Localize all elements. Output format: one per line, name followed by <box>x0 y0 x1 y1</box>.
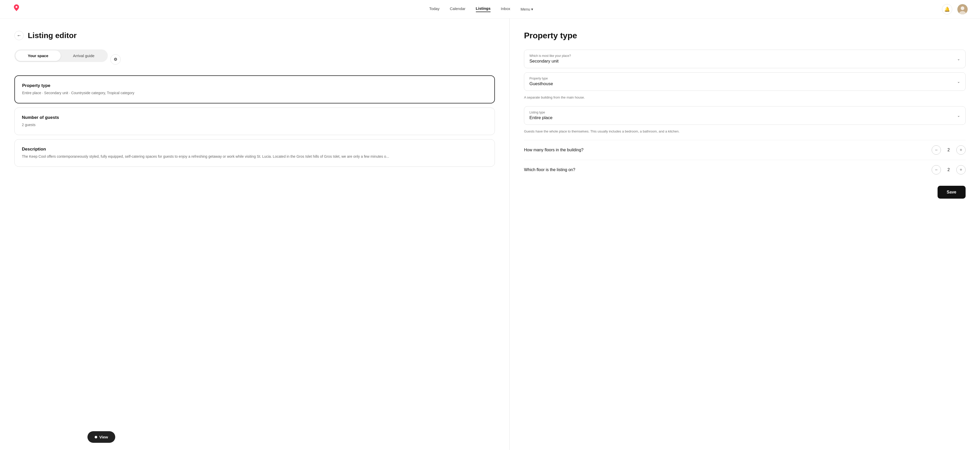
property-type-card-desc: Entire place · Secondary unit · Countrys… <box>22 90 487 96</box>
nav-listings[interactable]: Listings <box>476 6 491 12</box>
floor-on-stepper-row: Which floor is the listing on? − 2 + <box>524 160 966 180</box>
floor-on-plus-button[interactable]: + <box>956 165 966 175</box>
property-type-chevron-icon: ⌄ <box>957 80 960 84</box>
view-fab-dot <box>95 436 97 439</box>
filter-icon: ⚙ <box>114 57 117 62</box>
airbnb-logo[interactable] <box>12 4 21 14</box>
main-layout: ← Listing editor Your space Arrival guid… <box>0 19 980 450</box>
floor-on-minus-icon: − <box>935 167 938 173</box>
filter-button[interactable]: ⚙ <box>110 54 121 65</box>
property-type-card-title: Property type <box>22 83 487 88</box>
nav-right-controls: 🔔 <box>942 4 968 14</box>
notifications-button[interactable]: 🔔 <box>942 4 952 14</box>
avatar[interactable] <box>958 4 968 14</box>
nav-links: Today Calendar Listings Inbox Menu ▾ <box>429 6 533 12</box>
page-title: Listing editor <box>28 31 76 40</box>
floor-on-stepper-controls: − 2 + <box>932 165 966 175</box>
floors-plus-button[interactable]: + <box>956 145 966 155</box>
most-like-value: Secondary unit <box>529 59 571 64</box>
floor-on-minus-button[interactable]: − <box>932 165 941 175</box>
nav-inbox[interactable]: Inbox <box>501 6 510 12</box>
tab-toggle: Your space Arrival guide <box>14 49 108 62</box>
listing-type-chevron-icon: ⌄ <box>957 113 960 118</box>
svg-point-1 <box>961 6 964 10</box>
top-navigation: Today Calendar Listings Inbox Menu ▾ 🔔 <box>0 0 980 19</box>
property-type-value: Guesthouse <box>529 81 553 86</box>
property-type-field-content: Property type Guesthouse <box>529 77 553 86</box>
floors-minus-button[interactable]: − <box>932 145 941 155</box>
listing-type-label: Listing type <box>529 111 552 114</box>
back-button[interactable]: ← <box>14 31 24 40</box>
section-title: Property type <box>524 31 966 40</box>
most-like-chevron-icon: ⌄ <box>957 57 960 61</box>
floors-label: How many floors in the building? <box>524 148 583 152</box>
listing-type-dropdown[interactable]: Listing type Entire place ⌄ <box>524 106 966 125</box>
view-fab-label: View <box>99 435 108 439</box>
tab-arrival-guide[interactable]: Arrival guide <box>61 51 107 61</box>
property-type-helper: A separate building from the main house. <box>524 95 966 100</box>
nav-today[interactable]: Today <box>429 6 439 12</box>
nav-calendar[interactable]: Calendar <box>450 6 466 12</box>
number-of-guests-desc: 2 guests <box>22 122 487 127</box>
floor-on-label: Which floor is the listing on? <box>524 167 575 172</box>
description-text: The Keep Cool offers contemporaneously s… <box>22 154 487 159</box>
floors-value: 2 <box>946 148 951 152</box>
floor-on-value: 2 <box>946 167 951 172</box>
most-like-dropdown[interactable]: Which is most like your place? Secondary… <box>524 50 966 68</box>
number-of-guests-card[interactable]: Number of guests 2 guests <box>14 108 495 135</box>
floors-minus-icon: − <box>935 148 938 153</box>
listing-type-field-content: Listing type Entire place <box>529 111 552 121</box>
right-panel: Property type Which is most like your pl… <box>509 19 980 450</box>
description-card[interactable]: Description The Keep Cool offers contemp… <box>14 139 495 167</box>
description-title: Description <box>22 147 487 152</box>
floors-stepper-row: How many floors in the building? − 2 + <box>524 140 966 160</box>
bell-icon: 🔔 <box>944 6 950 12</box>
chevron-down-icon: ▾ <box>531 7 533 11</box>
left-panel: ← Listing editor Your space Arrival guid… <box>0 19 509 450</box>
property-type-dropdown[interactable]: Property type Guesthouse ⌄ <box>524 72 966 91</box>
listing-type-helper: Guests have the whole place to themselve… <box>524 129 966 134</box>
floors-stepper-controls: − 2 + <box>932 145 966 155</box>
nav-menu[interactable]: Menu ▾ <box>520 7 533 11</box>
nav-menu-label: Menu <box>520 7 530 11</box>
number-of-guests-title: Number of guests <box>22 115 487 120</box>
floors-plus-icon: + <box>960 148 963 153</box>
tab-row: Your space Arrival guide ⚙ <box>14 49 495 69</box>
listing-type-value: Entire place <box>529 115 552 121</box>
save-button[interactable]: Save <box>937 186 966 199</box>
property-type-card[interactable]: Property type Entire place · Secondary u… <box>14 75 495 103</box>
back-icon: ← <box>17 33 21 38</box>
most-like-field-content: Which is most like your place? Secondary… <box>529 54 571 64</box>
page-title-row: ← Listing editor <box>14 31 495 40</box>
view-fab-button[interactable]: View <box>88 431 115 443</box>
property-type-label: Property type <box>529 77 553 80</box>
tab-your-space[interactable]: Your space <box>16 51 61 61</box>
most-like-label: Which is most like your place? <box>529 54 571 58</box>
floor-on-plus-icon: + <box>960 167 963 173</box>
